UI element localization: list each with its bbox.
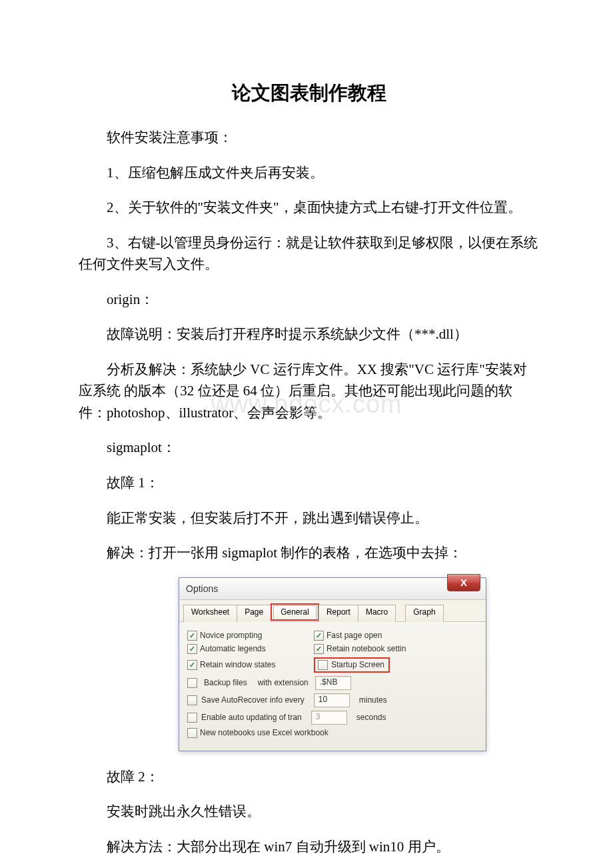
checkbox-novice[interactable] [187, 631, 197, 641]
tab-general-label: General [273, 605, 316, 619]
paragraph-sigmaplot-heading: sigmaplot： [79, 437, 540, 459]
option-row: Automatic legends Retain notebook settin [187, 644, 478, 654]
startup-highlight: Startup Screen [314, 657, 390, 673]
tab-graph[interactable]: Graph [405, 605, 443, 622]
checkbox-backup[interactable] [187, 678, 197, 688]
checkbox-label: Fast page open [326, 631, 382, 640]
paragraph: 软件安装注意事项： [79, 127, 540, 149]
option-row: Retain window states Startup Screen [187, 657, 478, 673]
paragraph: 1、压缩包解压成文件夹后再安装。 [79, 162, 540, 184]
tab-strip: Worksheet Page General Report Macro Grap… [179, 600, 486, 622]
extension-label: with extension [258, 678, 308, 687]
paragraph: 故障 1： [79, 472, 540, 494]
unit-label: minutes [359, 695, 387, 705]
tab-general-highlighted[interactable]: General [271, 603, 319, 621]
checkbox-label: Startup Screen [331, 660, 384, 669]
option-row: Enable auto updating of tran 3 seconds [187, 711, 478, 725]
paragraph: 故障说明：安装后打开程序时提示系统缺少文件（***.dll） [79, 323, 540, 345]
close-button[interactable]: X [447, 574, 480, 591]
checkbox-label: Retain notebook settin [326, 644, 406, 653]
checkbox-label: Automatic legends [200, 644, 266, 653]
dialog-title: Options [186, 583, 218, 594]
checkbox-window-states[interactable] [187, 660, 197, 670]
paragraph: 3、右键-以管理员身份运行：就是让软件获取到足够权限，以便在系统任何文件夹写入文… [79, 232, 540, 275]
checkbox-legends[interactable] [187, 644, 197, 654]
option-row: Save AutoRecover info every 10 minutes [187, 693, 478, 707]
paragraph: 解决方法：大部分出现在 win7 自动升级到 win10 用户。 [79, 836, 540, 858]
paragraph: 能正常安装，但安装后打不开，跳出遇到错误停止。 [79, 507, 540, 529]
paragraph: 2、关于软件的"安装文件夹"，桌面快捷方式上右键-打开文件位置。 [79, 197, 540, 219]
tab-macro[interactable]: Macro [358, 605, 396, 622]
checkbox-label: Novice prompting [200, 631, 262, 640]
dialog-titlebar: Options X [179, 578, 486, 600]
backup-extension-field[interactable]: .$NB [315, 676, 351, 690]
options-dialog: Options X Worksheet Page General Report … [179, 577, 486, 751]
auto-update-value-field[interactable]: 3 [311, 711, 347, 725]
option-row: Backup files with extension .$NB [187, 676, 478, 690]
checkbox-auto-update[interactable] [187, 713, 197, 723]
paragraph: 安装时跳出永久性错误。 [79, 801, 540, 823]
tab-page[interactable]: Page [237, 605, 271, 622]
checkbox-label: New notebooks use Excel workbook [200, 728, 328, 737]
autorecover-value-field[interactable]: 10 [314, 693, 350, 707]
paragraph: 故障 2： [79, 766, 540, 788]
checkbox-fast-page[interactable] [314, 631, 324, 641]
dialog-body: Novice prompting Fast page open Automati… [179, 622, 486, 751]
tab-worksheet[interactable]: Worksheet [183, 605, 237, 622]
checkbox-label: Backup files [204, 678, 247, 687]
paragraph-origin-heading: origin： [79, 289, 540, 311]
tab-report[interactable]: Report [318, 605, 358, 622]
checkbox-startup-screen[interactable] [318, 660, 328, 670]
document-title: 论文图表制作教程 [79, 80, 540, 107]
unit-label: seconds [356, 713, 386, 722]
checkbox-autorecover[interactable] [187, 695, 197, 705]
paragraph: 解决：打开一张用 sigmaplot 制作的表格，在选项中去掉： [79, 542, 540, 564]
option-row: New notebooks use Excel workbook [187, 728, 478, 738]
checkbox-label: Save AutoRecover info every [201, 695, 305, 705]
checkbox-retain-notebook[interactable] [314, 644, 324, 654]
close-icon: X [460, 577, 467, 588]
checkbox-label: Enable auto updating of tran [201, 713, 302, 722]
option-row: Novice prompting Fast page open [187, 631, 478, 641]
checkbox-label: Retain window states [200, 660, 275, 669]
tab-spacer [395, 605, 406, 622]
paragraph: 分析及解决：系统缺少 VC 运行库文件。XX 搜索"VC 运行库"安装对应系统 … [79, 359, 540, 424]
checkbox-excel[interactable] [187, 728, 197, 738]
